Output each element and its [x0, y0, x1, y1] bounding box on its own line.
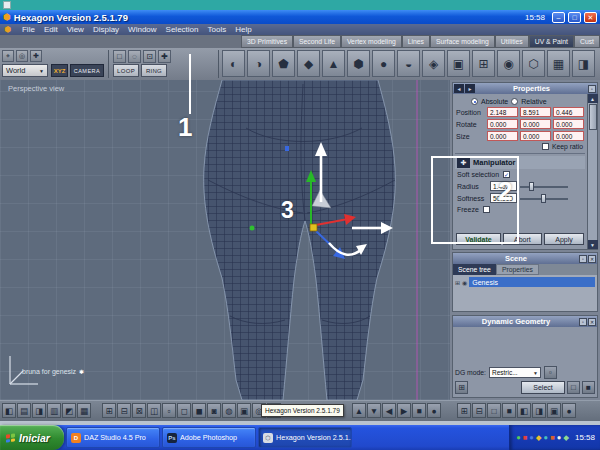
option-icon-8[interactable]: ◙ — [207, 403, 221, 418]
panel-tool-icon-7[interactable]: ▣ — [547, 403, 561, 418]
nav-back-icon[interactable]: ◄ — [454, 84, 464, 93]
shading-mode-icon-5[interactable]: ◩ — [62, 403, 76, 418]
nav-icon-5[interactable]: ■ — [412, 403, 426, 418]
scroll-thumb[interactable] — [589, 104, 597, 130]
tray-icon-8[interactable]: ◆ — [563, 434, 569, 442]
tab-lines[interactable]: Lines — [402, 35, 430, 48]
position-y-field[interactable]: 8.591 — [520, 107, 551, 117]
tray-icon-6[interactable]: ■ — [550, 434, 555, 442]
rotate-x-field[interactable]: 0.000 — [487, 119, 518, 129]
taskbar-item-hexagon[interactable]: ⬡ Hexagon Version 2.5.1... — [258, 427, 352, 448]
start-button[interactable]: Iniciar — [0, 425, 64, 450]
position-z-field[interactable]: 0.446 — [553, 107, 584, 117]
panel-collapse-icon[interactable]: ▫ — [579, 318, 587, 326]
nav-icon-6[interactable]: ● — [427, 403, 441, 418]
tool-icon-8[interactable]: ◒ — [397, 50, 420, 77]
tab-scene-properties[interactable]: Properties — [496, 264, 539, 275]
keep-ratio-checkbox[interactable] — [542, 143, 549, 150]
panel-collapse-icon[interactable]: ▫ — [579, 255, 587, 263]
tree-expand-icon[interactable]: ⊞ — [455, 279, 460, 286]
dg-tool-icon[interactable]: ■ — [582, 381, 595, 394]
xyz-axis-button[interactable]: XYZ — [51, 64, 68, 77]
select-add-icon[interactable]: ✚ — [158, 50, 171, 63]
option-icon-6[interactable]: ◻ — [177, 403, 191, 418]
shading-mode-icon-1[interactable]: ◧ — [2, 403, 16, 418]
relative-radio[interactable] — [511, 98, 518, 105]
maximize-button[interactable]: □ — [568, 12, 581, 23]
tray-icon-3[interactable]: ● — [529, 434, 534, 442]
tool-icon-6[interactable]: ⬢ — [347, 50, 370, 77]
tool-icon-12[interactable]: ◉ — [497, 50, 520, 77]
tab-surface-modeling[interactable]: Surface modeling — [430, 35, 495, 48]
nav-forward-icon[interactable]: ► — [465, 84, 475, 93]
tab-second-life[interactable]: Second Life — [293, 35, 341, 48]
dg-select-button[interactable]: Select — [521, 381, 565, 394]
tool-icon-11[interactable]: ⊞ — [472, 50, 495, 77]
panel-close-icon[interactable]: ✕ — [588, 318, 596, 326]
scene-panel-header[interactable]: Scene ▫ ✕ — [453, 253, 597, 264]
dg-tool-icon[interactable]: ⊞ — [455, 381, 468, 394]
loop-button[interactable]: LOOP — [113, 64, 139, 77]
tab-uv-paint[interactable]: UV & Paint — [529, 35, 574, 48]
camera-button[interactable]: CAMERA — [70, 64, 104, 77]
option-icon-10[interactable]: ▣ — [237, 403, 251, 418]
rotate-z-field[interactable]: 0.000 — [553, 119, 584, 129]
minimize-button[interactable]: – — [552, 12, 565, 23]
option-icon-9[interactable]: ◍ — [222, 403, 236, 418]
view-target-icon[interactable]: ⌖ — [2, 50, 14, 62]
panel-tool-icon-8[interactable]: ● — [562, 403, 576, 418]
menu-help[interactable]: Help — [235, 25, 251, 34]
tool-icon-9[interactable]: ◈ — [422, 50, 445, 77]
menu-tools[interactable]: Tools — [207, 25, 226, 34]
panel-tool-icon-5[interactable]: ◧ — [517, 403, 531, 418]
panel-tool-icon-1[interactable]: ⊞ — [457, 403, 471, 418]
visibility-eye-icon[interactable]: ◉ — [462, 279, 467, 286]
tool-icon-3[interactable]: ⬟ — [272, 50, 295, 77]
tool-icon-2[interactable]: ◑ — [247, 50, 270, 77]
tool-icon-5[interactable]: ▲ — [322, 50, 345, 77]
tool-icon-13[interactable]: ⬡ — [522, 50, 545, 77]
shading-mode-icon-6[interactable]: ▦ — [77, 403, 91, 418]
titlebar[interactable]: ⬢ Hexagon Version 2.5.1.79 15:58 – □ ✕ — [0, 10, 600, 24]
ring-button[interactable]: RING — [141, 64, 167, 77]
taskbar-item-photoshop[interactable]: Ps Adobe Photoshop — [162, 427, 256, 448]
tab-3d-primitives[interactable]: 3D Primitives — [241, 35, 293, 48]
dg-mode-dropdown[interactable]: Restric... ▼ — [489, 367, 541, 378]
tool-icon-4[interactable]: ◆ — [297, 50, 320, 77]
shading-mode-icon-3[interactable]: ◨ — [32, 403, 46, 418]
scroll-up-icon[interactable]: ▲ — [588, 94, 598, 103]
panel-tool-icon-2[interactable]: ⊟ — [472, 403, 486, 418]
dg-extra-button[interactable]: ▫ — [544, 366, 557, 379]
option-icon-3[interactable]: ⊠ — [132, 403, 146, 418]
nav-icon-4[interactable]: ▶ — [397, 403, 411, 418]
position-x-field[interactable]: 2.148 — [487, 107, 518, 117]
shading-mode-icon-2[interactable]: ▤ — [17, 403, 31, 418]
tab-utilities[interactable]: Utilities — [495, 35, 529, 48]
view-orbit-icon[interactable]: ◎ — [16, 50, 28, 62]
tab-custom[interactable]: Cust — [574, 35, 600, 48]
desktop-icon[interactable] — [3, 1, 11, 9]
properties-scrollbar[interactable]: ▲ ▼ — [587, 94, 597, 249]
tool-icon-14[interactable]: ▦ — [547, 50, 570, 77]
tool-icon-15[interactable]: ◨ — [572, 50, 595, 77]
panel-tool-icon-6[interactable]: ◨ — [532, 403, 546, 418]
nav-icon-3[interactable]: ◀ — [382, 403, 396, 418]
center-handle[interactable] — [310, 224, 317, 231]
tool-icon-10[interactable]: ▣ — [447, 50, 470, 77]
option-icon-5[interactable]: ▫ — [162, 403, 176, 418]
option-icon-2[interactable]: ⊟ — [117, 403, 131, 418]
radius-slider[interactable] — [520, 182, 568, 191]
tray-icon-4[interactable]: ◆ — [536, 434, 542, 442]
select-lasso-icon[interactable]: ◌ — [128, 50, 141, 63]
taskbar-item-daz-studio[interactable]: D DAZ Studio 4.5 Pro — [66, 427, 160, 448]
absolute-radio[interactable] — [471, 98, 478, 105]
menu-file[interactable]: File — [22, 25, 35, 34]
scroll-down-icon[interactable]: ▼ — [588, 240, 598, 249]
tab-scene-tree[interactable]: Scene tree — [453, 264, 496, 275]
perspective-viewport[interactable]: Perspective view — [0, 80, 450, 400]
tray-icon-1[interactable]: ● — [516, 434, 521, 442]
option-icon-4[interactable]: ◫ — [147, 403, 161, 418]
world-selector[interactable]: World ▼ — [2, 64, 48, 77]
tab-vertex-modeling[interactable]: Vertex modeling — [341, 35, 402, 48]
menu-selection[interactable]: Selection — [166, 25, 199, 34]
